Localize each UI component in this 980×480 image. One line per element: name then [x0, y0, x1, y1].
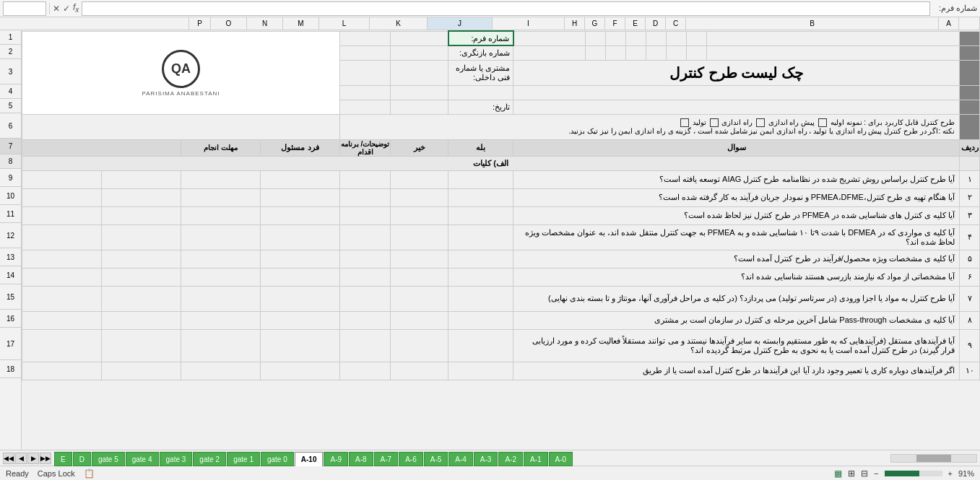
cell-O18[interactable] [102, 362, 181, 380]
scrollbar-h[interactable] [890, 454, 977, 463]
cell-J15[interactable] [448, 286, 513, 311]
sheet-tab-A5[interactable]: A-5 [424, 452, 448, 466]
sheet-tab-A0[interactable]: A-0 [549, 452, 573, 466]
sheet-tab-A7[interactable]: A-7 [374, 452, 399, 466]
cell-P15[interactable] [22, 286, 102, 311]
sheet-tab-A10[interactable]: A-10 [295, 452, 324, 466]
sheet-tab-gate1[interactable]: gate 1 [227, 452, 260, 466]
cell-L17[interactable] [340, 329, 391, 362]
cell-D2[interactable] [667, 45, 687, 60]
cell-H1[interactable] [586, 31, 606, 45]
zoom-out-icon[interactable]: − [874, 469, 878, 478]
cell-A5[interactable] [960, 100, 980, 114]
cell-K4[interactable] [391, 85, 448, 100]
cell-M18[interactable] [261, 362, 340, 380]
cell-O12[interactable] [102, 224, 181, 250]
cell-A4[interactable] [960, 85, 980, 100]
cell-K18[interactable] [391, 362, 448, 380]
normal-view-icon[interactable]: ▦ [834, 468, 842, 479]
cell-O11[interactable] [102, 206, 181, 224]
cell-N16[interactable] [181, 311, 261, 329]
cell-N9[interactable] [181, 170, 261, 188]
sheet-tab-A8[interactable]: A-8 [349, 452, 373, 466]
cell-L11[interactable] [340, 206, 391, 224]
cell-P17[interactable] [22, 329, 102, 362]
cell-A8[interactable] [960, 156, 980, 170]
cell-K9[interactable] [391, 170, 448, 188]
cell-M15[interactable] [261, 286, 340, 311]
cell-K17[interactable] [391, 329, 448, 362]
cell-J10[interactable] [448, 188, 513, 206]
cell-N13[interactable] [181, 250, 261, 268]
sheet-tab-gate3[interactable]: gate 3 [160, 452, 193, 466]
cell-K15[interactable] [391, 286, 448, 311]
cell-M11[interactable] [261, 206, 340, 224]
tab-next-icon[interactable]: ▶ [27, 453, 39, 464]
cell-P13[interactable] [22, 250, 102, 268]
cell-N14[interactable] [181, 268, 261, 286]
cell-J12[interactable] [448, 224, 513, 250]
sheet-tab-gate4[interactable]: gate 4 [126, 452, 159, 466]
cell-P12[interactable] [22, 224, 102, 250]
cell-K10[interactable] [391, 188, 448, 206]
cell-A3[interactable] [960, 60, 980, 85]
cell-O13[interactable] [102, 250, 181, 268]
cell-D1[interactable] [667, 31, 687, 45]
cell-K16[interactable] [391, 311, 448, 329]
tab-first-icon[interactable]: ◀◀ [3, 453, 14, 464]
cell-K1[interactable] [391, 31, 448, 45]
cell-K12[interactable] [391, 224, 448, 250]
cell-L14[interactable] [340, 268, 391, 286]
cell-O15[interactable] [102, 286, 181, 311]
cell-P16[interactable] [22, 311, 102, 329]
cell-B6[interactable]: طرح کنترل قابل کاربرد برای : نمونه اولیه… [340, 114, 960, 139]
cell-J18[interactable] [448, 362, 513, 380]
cell-B4[interactable] [513, 85, 960, 100]
cell-L5[interactable] [340, 100, 391, 114]
cell-C2[interactable] [687, 45, 707, 60]
cell-B2[interactable] [707, 45, 960, 60]
cell-L3[interactable] [340, 60, 391, 85]
tab-last-icon[interactable]: ▶▶ [40, 453, 51, 464]
name-box[interactable]: J1 [3, 1, 46, 16]
sheet-tab-E[interactable]: E [54, 452, 72, 466]
cell-K11[interactable] [391, 206, 448, 224]
cell-A6[interactable] [960, 114, 980, 139]
cell-K3[interactable] [391, 60, 448, 85]
sheet-tab-A9[interactable]: A-9 [324, 452, 348, 466]
cell-F1[interactable] [626, 31, 646, 45]
cell-J13[interactable] [448, 250, 513, 268]
cell-J11[interactable] [448, 206, 513, 224]
cell-L4[interactable] [340, 85, 391, 100]
sheet-tab-A4[interactable]: A-4 [448, 452, 473, 466]
sheet-tab-A1[interactable]: A-1 [524, 452, 548, 466]
cell-N15[interactable] [181, 286, 261, 311]
cell-K14[interactable] [391, 268, 448, 286]
page-layout-icon[interactable]: ⊞ [848, 468, 855, 479]
cell-O16[interactable] [102, 311, 181, 329]
cell-G2[interactable] [606, 45, 626, 60]
cell-M10[interactable] [261, 188, 340, 206]
sheet-tab-gate5[interactable]: gate 5 [92, 452, 125, 466]
cell-J3[interactable]: مشتری یا شماره فنی داخلی: [448, 60, 513, 85]
cell-K5[interactable] [391, 100, 448, 114]
cell-L15[interactable] [340, 286, 391, 311]
cell-P11[interactable] [22, 206, 102, 224]
cell-M16[interactable] [261, 311, 340, 329]
cell-J2[interactable]: شماره بازنگری: [448, 45, 513, 60]
cell-J17[interactable] [448, 329, 513, 362]
cell-P9[interactable] [22, 170, 102, 188]
cell-B1[interactable] [707, 31, 960, 45]
cell-M13[interactable] [261, 250, 340, 268]
cell-N12[interactable] [181, 224, 261, 250]
cell-M9[interactable] [261, 170, 340, 188]
cell-L1[interactable] [340, 31, 391, 45]
tab-prev-icon[interactable]: ◀ [15, 453, 27, 464]
sheet-tab-A6[interactable]: A-6 [399, 452, 423, 466]
cell-M14[interactable] [261, 268, 340, 286]
tab-nav-arrows[interactable]: ◀◀ ◀ ▶ ▶▶ [3, 453, 51, 464]
cell-H2[interactable] [586, 45, 606, 60]
cell-L13[interactable] [340, 250, 391, 268]
sheet-tab-gate0[interactable]: gate 0 [261, 452, 294, 466]
cell-J1[interactable]: شماره فرم: [448, 31, 513, 45]
